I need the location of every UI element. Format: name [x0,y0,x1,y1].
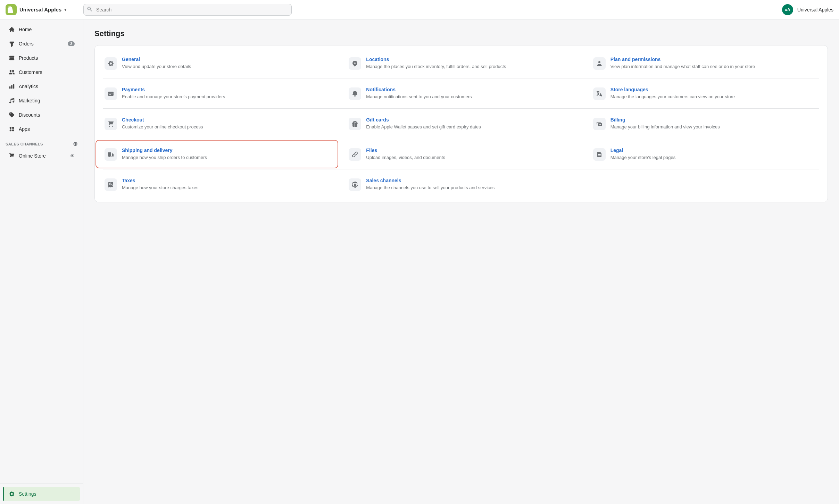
gift-cards-title: Gift cards [366,117,481,123]
taxes-icon-wrap [105,178,117,191]
payments-icon [107,90,114,97]
gift-icon [351,120,358,127]
settings-item-taxes[interactable]: Taxes Manage how your store charges taxe… [96,171,338,198]
notifications-title: Notifications [366,87,472,92]
sidebar-item-customers[interactable]: Customers [3,65,80,79]
customers-icon [8,69,15,76]
sidebar-item-home[interactable]: Home [3,23,80,36]
store-name: Universal Apples [19,7,61,12]
sidebar-item-online-store[interactable]: Online Store 👁 [3,149,80,163]
sales-channels-label: SALES CHANNELS [6,142,43,146]
gift-cards-text: Gift cards Enable Apple Wallet passes an… [366,117,481,130]
location-icon [351,60,358,67]
settings-card: General View and update your store detai… [94,45,828,202]
legal-icon [596,151,603,158]
discounts-icon [8,111,15,118]
nav-store-name: Universal Apples [797,7,833,12]
gear-icon [107,60,114,67]
payments-desc: Enable and manage your store's payment p… [122,94,225,100]
shipping-text: Shipping and delivery Manage how you shi… [122,148,207,161]
billing-icon [596,120,603,127]
sales-channels-desc: Manage the channels you use to sell your… [366,185,495,191]
settings-item-general[interactable]: General View and update your store detai… [96,50,338,77]
settings-item-store-languages[interactable]: Store languages Manage the languages you… [585,80,826,107]
paperclip-icon [351,151,358,158]
shopify-logo [6,4,17,15]
sidebar-label-customers: Customers [19,69,42,75]
sidebar-item-marketing[interactable]: Marketing [3,94,80,108]
settings-item-sales-channels[interactable]: Sales channels Manage the channels you u… [340,171,582,198]
settings-item-files[interactable]: Files Upload images, videos, and documen… [340,141,582,168]
taxes-text: Taxes Manage how your store charges taxe… [122,178,198,191]
language-icon [596,90,603,97]
sidebar-item-products[interactable]: Products [3,51,80,65]
files-text: Files Upload images, videos, and documen… [366,148,445,161]
settings-row-0: General View and update your store detai… [95,48,828,78]
sidebar-item-analytics[interactable]: Analytics [3,79,80,93]
brand-logo-area[interactable]: Universal Apples ▾ [6,4,75,15]
payments-title: Payments [122,87,225,92]
marketing-icon [8,97,15,104]
main-content: Settings General View and update your st… [83,19,839,504]
avatar[interactable]: uA [782,4,793,15]
billing-text: Billing Manage your billing information … [610,117,720,130]
legal-title: Legal [610,148,675,153]
sidebar-label-apps: Apps [19,126,30,132]
sidebar-bottom: Settings [0,484,83,504]
shipping-icon-wrap [105,148,117,161]
add-sales-channel-icon[interactable]: ⊕ [73,141,78,147]
sales-channels-title: Sales channels [366,178,495,183]
general-desc: View and update your store details [122,64,191,70]
sidebar-item-apps[interactable]: Apps [3,122,80,136]
chevron-down-icon: ▾ [64,7,66,12]
billing-title: Billing [610,117,720,123]
checkout-icon-wrap [105,118,117,130]
settings-row-3: Shipping and delivery Manage how you shi… [95,139,828,169]
bell-icon [351,90,358,97]
online-store-eye-icon[interactable]: 👁 [70,153,75,159]
legal-text: Legal Manage your store's legal pages [610,148,675,161]
settings-row-1: Payments Enable and manage your store's … [95,78,828,108]
general-title: General [122,57,191,62]
files-title: Files [366,148,445,153]
files-icon-wrap [349,148,361,161]
orders-icon [8,40,15,47]
search-area [83,4,292,16]
search-input[interactable] [83,4,292,16]
legal-desc: Manage your store's legal pages [610,154,675,161]
sidebar-item-settings[interactable]: Settings [3,487,80,501]
sidebar-label-online-store: Online Store [19,153,46,159]
sidebar-item-orders[interactable]: Orders 3 [3,37,80,51]
notifications-desc: Manage notifications sent to you and you… [366,94,472,100]
sidebar-label-marketing: Marketing [19,98,40,103]
settings-item-locations[interactable]: Locations Manage the places you stock in… [340,50,582,77]
products-icon [8,54,15,61]
locations-text: Locations Manage the places you stock in… [366,57,506,70]
settings-item-shipping[interactable]: Shipping and delivery Manage how you shi… [96,141,338,168]
person-icon [596,60,603,67]
legal-icon-wrap [593,148,606,161]
settings-icon [8,490,15,497]
settings-item-payments[interactable]: Payments Enable and manage your store's … [96,80,338,107]
checkout-text: Checkout Customize your online checkout … [122,117,203,130]
settings-item-plan-permissions[interactable]: Plan and permissions View plan informati… [585,50,826,77]
sales-channels-text: Sales channels Manage the channels you u… [366,178,495,191]
sidebar-label-discounts: Discounts [19,112,40,118]
analytics-icon [8,83,15,90]
settings-item-checkout[interactable]: Checkout Customize your online checkout … [96,110,338,137]
settings-item-billing[interactable]: Billing Manage your billing information … [585,110,826,137]
notifications-text: Notifications Manage notifications sent … [366,87,472,100]
cart-icon [107,120,114,127]
locations-desc: Manage the places you stock inventory, f… [366,64,506,70]
sidebar-label-products: Products [19,55,38,61]
billing-desc: Manage your billing information and view… [610,124,720,130]
shipping-desc: Manage how you ship orders to customers [122,154,207,161]
sidebar-item-discounts[interactable]: Discounts [3,108,80,122]
nav-right: uA Universal Apples [782,4,833,15]
main-layout: Home Orders 3 Products [0,19,839,504]
settings-item-gift-cards[interactable]: Gift cards Enable Apple Wallet passes an… [340,110,582,137]
languages-icon-wrap [593,87,606,100]
settings-item-notifications[interactable]: Notifications Manage notifications sent … [340,80,582,107]
settings-item-legal[interactable]: Legal Manage your store's legal pages [585,141,826,168]
sales-channels-icon-wrap [349,178,361,191]
